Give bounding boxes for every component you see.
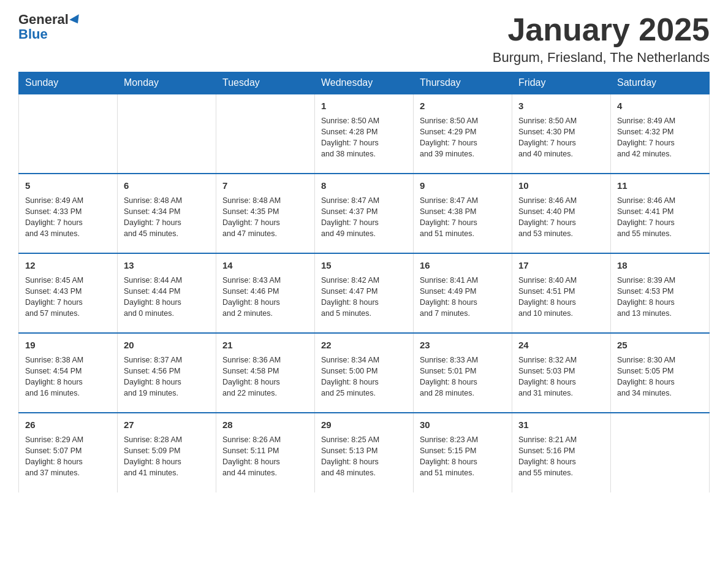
day-number: 28 [222, 418, 308, 432]
table-row: 14Sunrise: 8:43 AMSunset: 4:46 PMDayligh… [216, 253, 315, 333]
table-row: 16Sunrise: 8:41 AMSunset: 4:49 PMDayligh… [414, 253, 512, 333]
logo-general-text: General [18, 12, 69, 27]
table-row: 17Sunrise: 8:40 AMSunset: 4:51 PMDayligh… [512, 253, 611, 333]
table-row: 4Sunrise: 8:49 AMSunset: 4:32 PMDaylight… [611, 94, 710, 174]
day-info: Sunrise: 8:50 AMSunset: 4:29 PMDaylight:… [420, 115, 506, 160]
day-number: 22 [321, 339, 407, 352]
table-row: 22Sunrise: 8:34 AMSunset: 5:00 PMDayligh… [315, 333, 414, 413]
day-info: Sunrise: 8:29 AMSunset: 5:07 PMDaylight:… [25, 434, 111, 479]
table-row: 19Sunrise: 8:38 AMSunset: 4:54 PMDayligh… [19, 333, 118, 413]
day-number: 8 [321, 179, 407, 193]
day-number: 5 [25, 179, 111, 193]
table-row: 12Sunrise: 8:45 AMSunset: 4:43 PMDayligh… [19, 253, 118, 333]
day-info: Sunrise: 8:28 AMSunset: 5:09 PMDaylight:… [124, 434, 210, 479]
table-row: 2Sunrise: 8:50 AMSunset: 4:29 PMDaylight… [414, 94, 512, 174]
day-number: 3 [518, 99, 604, 113]
day-info: Sunrise: 8:32 AMSunset: 5:03 PMDaylight:… [518, 354, 604, 399]
table-row: 26Sunrise: 8:29 AMSunset: 5:07 PMDayligh… [19, 413, 118, 492]
day-info: Sunrise: 8:34 AMSunset: 5:00 PMDaylight:… [321, 354, 407, 399]
day-number: 1 [321, 99, 407, 113]
table-row: 18Sunrise: 8:39 AMSunset: 4:53 PMDayligh… [611, 253, 710, 333]
table-row: 6Sunrise: 8:48 AMSunset: 4:34 PMDaylight… [118, 174, 216, 253]
day-info: Sunrise: 8:23 AMSunset: 5:15 PMDaylight:… [420, 434, 506, 479]
day-info: Sunrise: 8:46 AMSunset: 4:41 PMDaylight:… [617, 195, 703, 240]
table-row: 7Sunrise: 8:48 AMSunset: 4:35 PMDaylight… [216, 174, 315, 253]
table-row: 8Sunrise: 8:47 AMSunset: 4:37 PMDaylight… [315, 174, 414, 253]
header-wednesday: Wednesday [315, 72, 414, 94]
day-number: 4 [617, 99, 703, 113]
day-number: 21 [222, 339, 308, 352]
week-row-3: 12Sunrise: 8:45 AMSunset: 4:43 PMDayligh… [19, 253, 710, 333]
table-row: 21Sunrise: 8:36 AMSunset: 4:58 PMDayligh… [216, 333, 315, 413]
week-row-2: 5Sunrise: 8:49 AMSunset: 4:33 PMDaylight… [19, 174, 710, 253]
day-info: Sunrise: 8:44 AMSunset: 4:44 PMDaylight:… [124, 275, 210, 320]
table-row: 11Sunrise: 8:46 AMSunset: 4:41 PMDayligh… [611, 174, 710, 253]
day-number: 31 [518, 418, 604, 432]
day-number: 13 [124, 259, 210, 272]
header-monday: Monday [118, 72, 216, 94]
day-info: Sunrise: 8:50 AMSunset: 4:28 PMDaylight:… [321, 115, 407, 160]
table-row [19, 94, 118, 174]
day-number: 30 [420, 418, 506, 432]
table-row: 9Sunrise: 8:47 AMSunset: 4:38 PMDaylight… [414, 174, 512, 253]
header-friday: Friday [512, 72, 611, 94]
day-number: 25 [617, 339, 703, 352]
logo-top-row: General [18, 12, 82, 27]
table-row: 3Sunrise: 8:50 AMSunset: 4:30 PMDaylight… [512, 94, 611, 174]
calendar-header: SundayMondayTuesdayWednesdayThursdayFrid… [19, 72, 710, 94]
calendar-body: 1Sunrise: 8:50 AMSunset: 4:28 PMDaylight… [19, 94, 710, 492]
day-info: Sunrise: 8:45 AMSunset: 4:43 PMDaylight:… [25, 275, 111, 320]
day-info: Sunrise: 8:46 AMSunset: 4:40 PMDaylight:… [518, 195, 604, 240]
day-info: Sunrise: 8:48 AMSunset: 4:34 PMDaylight:… [124, 195, 210, 240]
table-row: 13Sunrise: 8:44 AMSunset: 4:44 PMDayligh… [118, 253, 216, 333]
logo-bottom-row: Blue [18, 27, 48, 42]
day-info: Sunrise: 8:30 AMSunset: 5:05 PMDaylight:… [617, 354, 703, 399]
logo-triangle-icon [69, 14, 83, 26]
day-number: 18 [617, 259, 703, 272]
calendar-table: SundayMondayTuesdayWednesdayThursdayFrid… [18, 72, 710, 492]
table-row: 27Sunrise: 8:28 AMSunset: 5:09 PMDayligh… [118, 413, 216, 492]
page-header: General Blue January 2025 Burgum, Friesl… [18, 12, 710, 66]
table-row: 30Sunrise: 8:23 AMSunset: 5:15 PMDayligh… [414, 413, 512, 492]
day-info: Sunrise: 8:40 AMSunset: 4:51 PMDaylight:… [518, 275, 604, 320]
day-number: 7 [222, 179, 308, 193]
day-number: 16 [420, 259, 506, 272]
day-number: 19 [25, 339, 111, 352]
header-tuesday: Tuesday [216, 72, 315, 94]
table-row: 29Sunrise: 8:25 AMSunset: 5:13 PMDayligh… [315, 413, 414, 492]
month-title: January 2025 [493, 12, 710, 47]
day-number: 11 [617, 179, 703, 193]
logo: General Blue [18, 12, 82, 42]
days-of-week-row: SundayMondayTuesdayWednesdayThursdayFrid… [19, 72, 710, 94]
week-row-1: 1Sunrise: 8:50 AMSunset: 4:28 PMDaylight… [19, 94, 710, 174]
day-number: 26 [25, 418, 111, 432]
day-number: 9 [420, 179, 506, 193]
table-row: 25Sunrise: 8:30 AMSunset: 5:05 PMDayligh… [611, 333, 710, 413]
location-text: Burgum, Friesland, The Netherlands [493, 50, 710, 66]
table-row: 1Sunrise: 8:50 AMSunset: 4:28 PMDaylight… [315, 94, 414, 174]
table-row [611, 413, 710, 492]
table-row: 31Sunrise: 8:21 AMSunset: 5:16 PMDayligh… [512, 413, 611, 492]
table-row [118, 94, 216, 174]
day-number: 6 [124, 179, 210, 193]
day-info: Sunrise: 8:26 AMSunset: 5:11 PMDaylight:… [222, 434, 308, 479]
day-info: Sunrise: 8:38 AMSunset: 4:54 PMDaylight:… [25, 354, 111, 399]
week-row-4: 19Sunrise: 8:38 AMSunset: 4:54 PMDayligh… [19, 333, 710, 413]
day-info: Sunrise: 8:36 AMSunset: 4:58 PMDaylight:… [222, 354, 308, 399]
header-thursday: Thursday [414, 72, 512, 94]
day-info: Sunrise: 8:42 AMSunset: 4:47 PMDaylight:… [321, 275, 407, 320]
table-row: 28Sunrise: 8:26 AMSunset: 5:11 PMDayligh… [216, 413, 315, 492]
day-info: Sunrise: 8:25 AMSunset: 5:13 PMDaylight:… [321, 434, 407, 479]
day-info: Sunrise: 8:43 AMSunset: 4:46 PMDaylight:… [222, 275, 308, 320]
day-info: Sunrise: 8:49 AMSunset: 4:32 PMDaylight:… [617, 115, 703, 160]
day-number: 20 [124, 339, 210, 352]
table-row: 24Sunrise: 8:32 AMSunset: 5:03 PMDayligh… [512, 333, 611, 413]
day-number: 27 [124, 418, 210, 432]
day-info: Sunrise: 8:47 AMSunset: 4:38 PMDaylight:… [420, 195, 506, 240]
table-row: 5Sunrise: 8:49 AMSunset: 4:33 PMDaylight… [19, 174, 118, 253]
table-row [216, 94, 315, 174]
header-saturday: Saturday [611, 72, 710, 94]
logo-blue-text: Blue [18, 26, 48, 42]
day-info: Sunrise: 8:33 AMSunset: 5:01 PMDaylight:… [420, 354, 506, 399]
day-info: Sunrise: 8:47 AMSunset: 4:37 PMDaylight:… [321, 195, 407, 240]
